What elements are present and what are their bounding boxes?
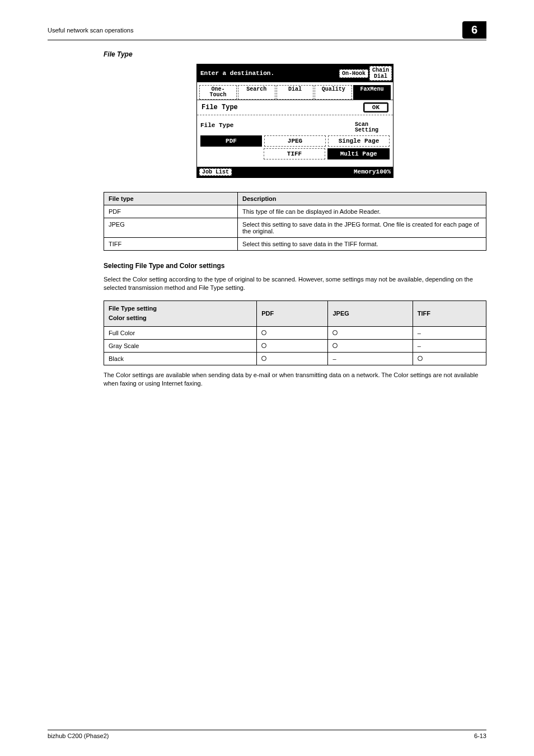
- table-row: Gray Scale–: [104, 339, 486, 352]
- job-list-button[interactable]: Job List: [199, 168, 232, 176]
- table-row: TIFF Select this setting to save data in…: [104, 238, 486, 251]
- color-settings-table: File Type setting Color setting PDF JPEG…: [104, 300, 486, 365]
- chain-dial-button[interactable]: Chain Dial: [369, 66, 392, 81]
- cell-filetype: JPEG: [104, 218, 238, 238]
- ss-body-label-right: Scan Setting: [355, 122, 390, 133]
- ss-subhead-label: File Type: [202, 104, 238, 111]
- th-pdf: PDF: [257, 300, 328, 326]
- th-description: Description: [238, 192, 486, 205]
- table-row: Full Color–: [104, 326, 486, 339]
- subheading-file-type: File Type: [104, 50, 486, 58]
- th-ftype-color: File Type setting Color setting: [104, 300, 257, 326]
- available-icon: [261, 356, 266, 361]
- tab-quality[interactable]: Quality: [315, 85, 352, 100]
- on-hook-button[interactable]: On-Hook: [339, 69, 368, 78]
- section-heading-color: Selecting File Type and Color settings: [104, 262, 486, 270]
- cell-mark: –: [413, 339, 486, 352]
- th-line1: File Type setting: [109, 304, 252, 314]
- memory-indicator: Memory100%: [354, 168, 391, 176]
- tab-faxmenu[interactable]: FaxMenu: [353, 85, 391, 100]
- screenshot-container: Enter a destination. On-Hook Chain Dial …: [104, 64, 486, 178]
- ss-topbar: Enter a destination. On-Hook Chain Dial: [197, 64, 393, 82]
- cell-desc: Select this setting to save data in the …: [238, 218, 486, 238]
- ss-tabs: One- Touch Search Dial Quality FaxMenu: [197, 82, 393, 100]
- single-page-button[interactable]: Single Page: [328, 135, 390, 147]
- ss-body: File Type Scan Setting PDF JPEG Single P…: [197, 115, 393, 167]
- cell-mark: [257, 352, 328, 365]
- cell-mark: [257, 339, 328, 352]
- file-type-table: File type Description PDF This type of f…: [104, 192, 486, 251]
- table-row: PDF This type of file can be displayed i…: [104, 205, 486, 218]
- cell-mark: –: [328, 352, 413, 365]
- ss-topbar-text: Enter a destination.: [198, 70, 338, 77]
- pdf-button[interactable]: PDF: [200, 135, 262, 147]
- jpeg-button[interactable]: JPEG: [264, 135, 326, 147]
- cell-mark: –: [413, 326, 486, 339]
- available-icon: [332, 330, 338, 335]
- cell-filetype: PDF: [104, 205, 238, 218]
- ss-body-label-left: File Type: [200, 122, 233, 133]
- ss-subhead: File Type OK: [197, 100, 393, 115]
- th-tiff: TIFF: [413, 300, 486, 326]
- tab-dial[interactable]: Dial: [277, 85, 314, 100]
- th-jpeg: JPEG: [328, 300, 413, 326]
- section-title: Useful network scan operations: [48, 27, 133, 34]
- available-icon: [418, 356, 423, 361]
- available-icon: [261, 330, 266, 335]
- cell-mark: [413, 352, 486, 365]
- multi-page-button[interactable]: Multi Page: [327, 148, 390, 159]
- table-row: JPEG Select this setting to save data in…: [104, 218, 486, 238]
- cell-color-label: Gray Scale: [104, 339, 257, 352]
- paragraph-color-intro: Select the Color setting according to th…: [104, 275, 486, 293]
- footer-right: 6-13: [474, 732, 486, 739]
- cell-mark: [257, 326, 328, 339]
- paragraph-color-note: The Color settings are available when se…: [104, 371, 486, 388]
- th-file-type: File type: [104, 192, 238, 205]
- cell-mark: [328, 339, 413, 352]
- ok-button[interactable]: OK: [363, 102, 388, 112]
- cell-color-label: Full Color: [104, 326, 257, 339]
- tab-search[interactable]: Search: [238, 85, 275, 100]
- cell-color-label: Black: [104, 352, 257, 365]
- page-footer: bizhub C200 (Phase2) 6-13: [48, 730, 486, 739]
- footer-left: bizhub C200 (Phase2): [48, 732, 109, 739]
- chapter-number: 6: [462, 21, 486, 39]
- cell-desc: Select this setting to save data in the …: [238, 238, 486, 251]
- cell-mark: [328, 326, 413, 339]
- available-icon: [332, 343, 338, 348]
- cell-filetype: TIFF: [104, 238, 238, 251]
- tiff-button[interactable]: TIFF: [264, 148, 326, 159]
- ss-footer: Job List Memory100%: [197, 167, 393, 177]
- cell-desc: This type of file can be displayed in Ad…: [238, 205, 486, 218]
- available-icon: [261, 343, 266, 348]
- device-screenshot: Enter a destination. On-Hook Chain Dial …: [196, 64, 394, 178]
- th-line2: Color setting: [109, 313, 252, 323]
- table-row: Black–: [104, 352, 486, 365]
- tab-one-touch[interactable]: One- Touch: [199, 85, 237, 100]
- page-header: Useful network scan operations 6: [48, 21, 486, 40]
